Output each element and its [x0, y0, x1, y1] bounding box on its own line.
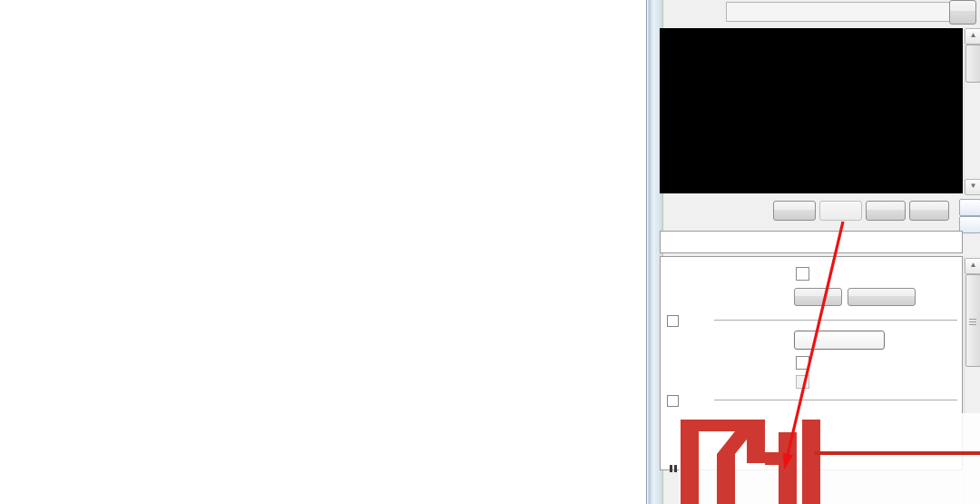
show-2nd-derivative-checkbox[interactable]: [796, 375, 809, 389]
collapse-weight-icon[interactable]: [667, 315, 679, 327]
panel-collapse-down-icon[interactable]: [959, 199, 980, 216]
tree-scrollbar-thumb[interactable]: [965, 44, 980, 83]
section-title: [660, 231, 963, 253]
weight-method-select[interactable]: [794, 331, 885, 350]
scroll-up-icon[interactable]: ▲: [965, 258, 980, 274]
clipped-text-fragment: [674, 465, 677, 472]
collapse-result-icon[interactable]: [667, 395, 679, 407]
theme-flyout-button[interactable]: [949, 0, 976, 25]
add-peak-button[interactable]: [794, 288, 842, 306]
prev-step-button[interactable]: [773, 201, 816, 221]
coal-chem-logo-icon: [679, 413, 824, 504]
show-residual-checkbox[interactable]: [796, 356, 809, 370]
spectrum-chart: [0, 0, 648, 504]
finish-button[interactable]: [866, 201, 906, 221]
scroll-up-icon[interactable]: ▲: [965, 28, 980, 44]
tree-scrollbar[interactable]: ▲ ▼: [964, 28, 980, 193]
align-to-spectrum-checkbox[interactable]: [796, 267, 809, 281]
cancel-button[interactable]: [909, 201, 949, 221]
scroll-down-icon[interactable]: ▼: [965, 179, 980, 195]
weight-group-rule: [714, 320, 957, 321]
modify-delete-peak-button[interactable]: [848, 288, 916, 306]
result-group-rule: [714, 400, 957, 400]
wizard-step-tree: [660, 28, 963, 193]
clipped-text-fragment: [670, 465, 672, 472]
watermark-rule: [815, 451, 980, 455]
options-scrollbar-thumb[interactable]: [965, 274, 980, 367]
peak-analyzer-window: ▲ ▼: [0, 0, 980, 504]
theme-input[interactable]: [726, 2, 951, 22]
peak-analyzer-panel: ▲ ▼: [663, 0, 980, 504]
next-step-button[interactable]: [819, 201, 862, 221]
